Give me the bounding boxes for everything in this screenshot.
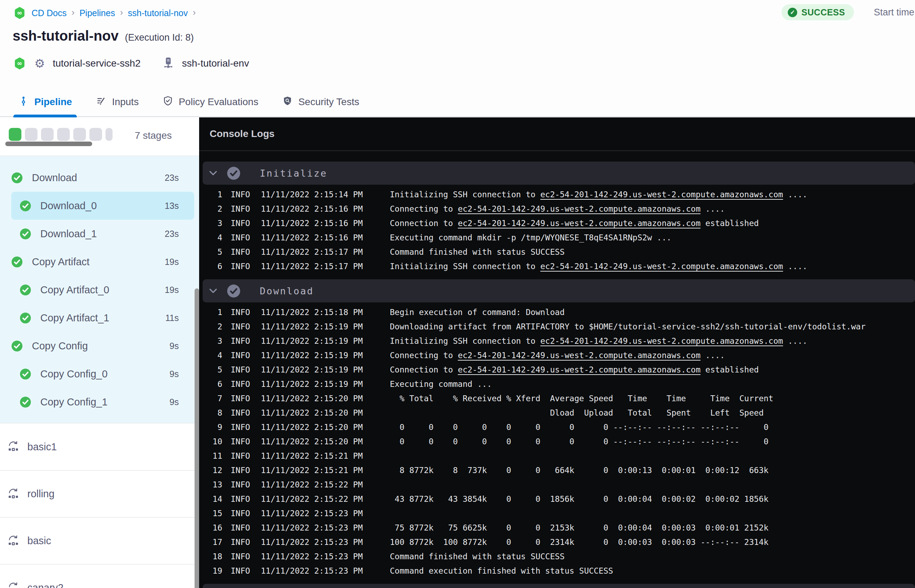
- environment-name[interactable]: ssh-tutorial-env: [182, 58, 249, 69]
- stage-row-copy artifact_0[interactable]: Copy Artifact_019s: [0, 276, 199, 304]
- host-link[interactable]: ec2-54-201-142-249.us-west-2.compute.ama…: [458, 365, 700, 374]
- service-name[interactable]: tutorial-service-ssh2: [53, 58, 141, 69]
- console-title: Console Logs: [210, 128, 275, 139]
- section-name: Download: [260, 286, 314, 296]
- tab-security-tests[interactable]: Security Tests: [277, 87, 364, 117]
- section-name: Initialize: [260, 168, 327, 179]
- log-line-number: 5: [210, 247, 222, 257]
- horizontal-scrollbar[interactable]: [5, 142, 92, 146]
- tab-policy-icon: [163, 96, 173, 109]
- cd-module-icon: ∞: [13, 6, 27, 20]
- stage-row-copy artifact[interactable]: Copy Artifact19s: [0, 248, 199, 276]
- log-line-number: 3: [210, 336, 222, 346]
- stage-label: Copy Artifact: [32, 256, 165, 268]
- stage-duration: 11s: [165, 313, 179, 323]
- pipeline-item-basic[interactable]: basic: [0, 517, 199, 564]
- chevron-down-icon[interactable]: [208, 286, 218, 296]
- success-check-icon: [20, 368, 31, 380]
- host-link[interactable]: ec2-54-201-142-249.us-west-2.compute.ama…: [458, 219, 700, 228]
- log-timestamp: 11/11/2022 2:15:21 PM: [261, 466, 377, 475]
- log-line-number: 2: [210, 322, 222, 331]
- log-section-header-cleanup[interactable]: Cleanup: [203, 584, 915, 588]
- execution-id: (Execution Id: 8): [125, 32, 194, 43]
- rollback-stage-icon: [7, 487, 19, 501]
- stage-label: Download_1: [40, 228, 165, 240]
- log-line: 14INFO11/11/2022 2:15:22 PM 43 8772k 43 …: [199, 492, 915, 506]
- stage-progress-block: [73, 128, 86, 141]
- log-level: INFO: [231, 566, 256, 575]
- pipeline-item-basic1[interactable]: basic1: [0, 423, 199, 470]
- stage-row-download_1[interactable]: Download_123s: [0, 220, 199, 248]
- log-message: 43 8772k 43 3854k 0 0 1856k 0 0:00:04 0:…: [390, 494, 768, 504]
- log-line: 16INFO11/11/2022 2:15:23 PM 75 8772k 75 …: [199, 520, 915, 535]
- log-line-number: 3: [210, 219, 222, 228]
- log-line-number: 6: [210, 380, 222, 389]
- success-check-icon: [11, 173, 23, 183]
- log-message: 0 0 0 0 0 0 0 0 --:--:-- --:--:-- --:--:…: [390, 437, 768, 446]
- host-link[interactable]: ec2-54-201-142-249.us-west-2.compute.ama…: [540, 190, 783, 199]
- stage-progress-block: [25, 128, 37, 141]
- log-line: 6INFO11/11/2022 2:15:17 PMInitializing S…: [199, 259, 915, 273]
- console-header: Console Logs: [199, 117, 915, 151]
- chevron-right-icon: ›: [193, 7, 196, 18]
- host-link[interactable]: ec2-54-201-142-249.us-west-2.compute.ama…: [458, 351, 700, 360]
- chevron-right-icon: ›: [71, 7, 75, 18]
- log-level: INFO: [231, 466, 256, 475]
- stage-row-download_0[interactable]: Download_013s: [0, 192, 199, 220]
- tab-label: Security Tests: [298, 96, 359, 108]
- log-line: 5INFO11/11/2022 2:15:19 PMConnection to …: [199, 362, 915, 377]
- log-timestamp: 11/11/2022 2:15:23 PM: [261, 552, 377, 561]
- pipeline-item-rolling[interactable]: rolling: [0, 470, 199, 517]
- stage-row-copy config[interactable]: Copy Config9s: [0, 332, 199, 360]
- log-timestamp: 11/11/2022 2:15:17 PM: [261, 262, 377, 271]
- log-section-header-initialize[interactable]: Initialize: [203, 162, 915, 185]
- stage-duration: 9s: [170, 397, 179, 407]
- log-level: INFO: [231, 308, 256, 317]
- log-message: 8 8772k 8 737k 0 0 664k 0 0:00:13 0:00:0…: [390, 466, 768, 475]
- log-line: 15INFO11/11/2022 2:15:23 PM: [199, 506, 915, 520]
- tab-policy-evaluations[interactable]: Policy Evaluations: [158, 87, 263, 117]
- tab-label: Pipeline: [34, 96, 72, 108]
- log-message: 100 8772k 100 8772k 0 0 2314k 0 0:00:03 …: [390, 538, 768, 547]
- chevron-down-icon[interactable]: [208, 168, 218, 178]
- log-line: 8INFO11/11/2022 2:15:20 PM Dload Upload …: [199, 405, 915, 420]
- tab-label: Policy Evaluations: [179, 96, 259, 108]
- log-level: INFO: [231, 394, 256, 403]
- host-link[interactable]: ec2-54-201-142-249.us-west-2.compute.ama…: [540, 262, 783, 271]
- log-lines: 1INFO11/11/2022 2:15:18 PMBegin executio…: [199, 302, 915, 581]
- sidebar-scrollbar[interactable]: [194, 288, 199, 588]
- stage-label: Copy Config_1: [40, 396, 170, 408]
- stage-duration: 9s: [170, 369, 179, 379]
- stage-row-copy config_1[interactable]: Copy Config_19s: [0, 388, 199, 416]
- log-line-number: 6: [210, 262, 222, 271]
- pipeline-item-canary2[interactable]: canary2: [0, 564, 199, 588]
- breadcrumb: ∞CD Docs›Pipelines›ssh-tutorial-nov›: [13, 6, 196, 20]
- tab-pipeline[interactable]: Pipeline: [13, 87, 77, 117]
- success-check-icon: [20, 313, 31, 323]
- success-check-icon: [20, 200, 31, 211]
- log-message: Connection to ec2-54-201-142-249.us-west…: [390, 365, 759, 374]
- log-line: 2INFO11/11/2022 2:15:16 PMConnecting to …: [199, 202, 915, 216]
- tab-security-icon: [282, 96, 293, 109]
- log-message: % Total % Received % Xferd Average Speed…: [390, 394, 773, 403]
- host-link[interactable]: ec2-54-201-142-249.us-west-2.compute.ama…: [458, 204, 700, 213]
- host-link[interactable]: ec2-54-201-142-249.us-west-2.compute.ama…: [540, 336, 783, 346]
- log-level: INFO: [231, 437, 256, 446]
- log-lines: 1INFO11/11/2022 2:15:14 PMInitializing S…: [199, 185, 915, 276]
- stage-row-copy config_0[interactable]: Copy Config_09s: [0, 360, 199, 388]
- breadcrumb-link[interactable]: Pipelines: [79, 8, 115, 18]
- stage-row-download[interactable]: Download23s: [0, 164, 199, 192]
- log-section-header-download[interactable]: Download: [203, 279, 915, 302]
- log-level: INFO: [231, 423, 256, 432]
- console-log-area[interactable]: Initialize1INFO11/11/2022 2:15:14 PMInit…: [199, 162, 915, 588]
- stage-progress-block: [41, 128, 53, 141]
- log-message: 0 0 0 0 0 0 0 0 --:--:-- --:--:-- --:--:…: [390, 423, 768, 432]
- stage-row-copy artifact_1[interactable]: Copy Artifact_111s: [0, 304, 199, 332]
- log-message: Command finished with status SUCCESS: [390, 552, 565, 561]
- breadcrumb-link[interactable]: CD Docs: [32, 8, 66, 18]
- tab-inputs[interactable]: Inputs: [91, 87, 143, 117]
- stage-duration: 23s: [165, 173, 179, 183]
- log-line-number: 13: [210, 480, 222, 489]
- breadcrumb-link[interactable]: ssh-tutorial-nov: [128, 8, 188, 18]
- log-level: INFO: [231, 247, 256, 257]
